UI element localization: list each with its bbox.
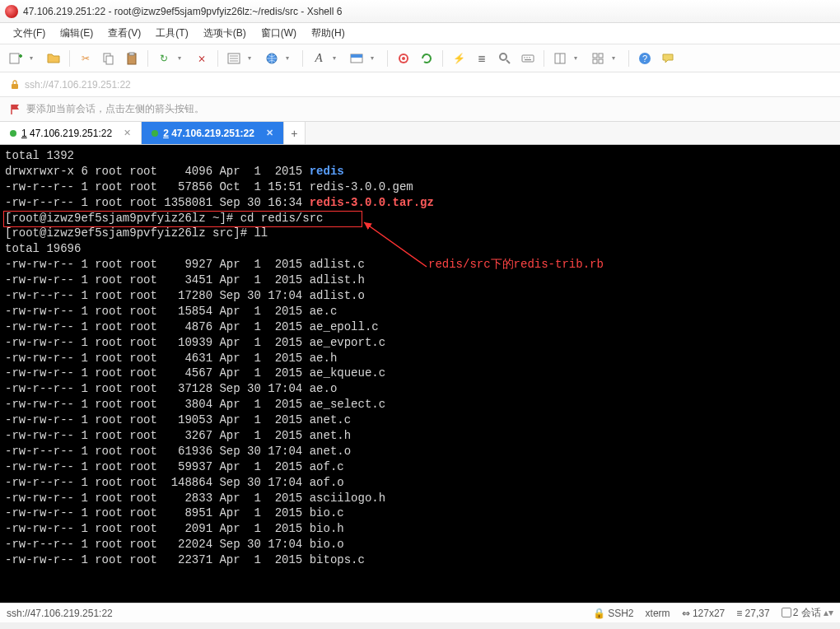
terminal-line: -rw-r--r-- 1 root root 37128 Sep 30 17:0… [5, 381, 835, 397]
keyboard-icon[interactable] [520, 51, 535, 66]
window-title: 47.106.219.251:22 - root@izwz9ef5sjam9pv… [23, 6, 342, 17]
svg-point-22 [529, 57, 530, 58]
address-bar[interactable]: ssh://47.106.219.251:22 [0, 72, 840, 97]
tile-icon[interactable] [590, 51, 605, 66]
terminal-line: -rw-rw-r-- 1 root root 4567 Apr 1 2015 a… [5, 366, 835, 381]
menu-file[interactable]: 文件(F) [8, 25, 50, 42]
new-session-dropdown-icon[interactable] [23, 51, 38, 66]
svg-rect-27 [599, 54, 603, 58]
menu-help[interactable]: 帮助(H) [306, 25, 350, 42]
titlebar: 47.106.219.251:22 - root@izwz9ef5sjam9pv… [0, 0, 840, 23]
menu-view[interactable]: 查看(V) [103, 25, 146, 42]
flag-icon[interactable] [10, 104, 21, 115]
listing-icon[interactable]: ≣ [474, 51, 489, 66]
terminal-line: total 19696 [5, 241, 835, 257]
status-dot-icon [10, 130, 16, 137]
toolbar-separator [69, 50, 70, 67]
chat-icon[interactable] [660, 51, 675, 66]
tile-dropdown-icon[interactable] [605, 51, 620, 66]
globe-dropdown-icon[interactable] [279, 51, 294, 66]
terminal-line: -rw-rw-r-- 1 root root 3451 Apr 1 2015 a… [5, 273, 835, 288]
close-icon[interactable]: ✕ [124, 128, 131, 138]
new-session-icon[interactable] [8, 51, 23, 66]
toolbar-separator [217, 50, 218, 67]
statusbar: ssh://47.106.219.251:22 🔒 SSH2 xterm ⇔ 1… [0, 603, 840, 622]
terminal[interactable]: total 1392drwxrwxr-x 6 root root 4096 Ap… [0, 145, 840, 603]
terminal-line: -rw-rw-r-- 1 root root 19053 Apr 1 2015 … [5, 412, 835, 428]
status-sessions: 2 会话 ▴▾ [782, 606, 833, 620]
tab-label: 1 47.106.219.251:22 [21, 128, 112, 139]
terminal-line: drwxrwxr-x 6 root root 4096 Apr 1 2015 r… [5, 164, 835, 179]
toolbar-separator [628, 50, 629, 67]
svg-rect-23 [525, 59, 531, 60]
terminal-line: -rw-r--r-- 1 root root 148864 Sep 30 17:… [5, 475, 835, 491]
tab-session-1[interactable]: 1 47.106.219.251:22 ✕ [0, 122, 142, 144]
terminal-line: -rw-rw-r-- 1 root root 15854 Apr 1 2015 … [5, 304, 835, 319]
terminal-line: -rw-rw-r-- 1 root root 4876 Apr 1 2015 a… [5, 319, 835, 335]
reconnect-dropdown-icon[interactable] [171, 51, 186, 66]
terminal-line: -rw-r--r-- 1 root root 61936 Sep 30 17:0… [5, 444, 835, 459]
menu-tools[interactable]: 工具(T) [151, 25, 193, 42]
menu-edit[interactable]: 编辑(E) [55, 25, 98, 42]
tabbar: 1 47.106.219.251:22 ✕ 2 47.106.219.251:2… [0, 122, 840, 145]
svg-rect-13 [351, 54, 362, 58]
svg-rect-28 [593, 59, 597, 63]
menu-window[interactable]: 窗口(W) [256, 25, 301, 42]
terminal-line: [root@izwz9ef5sjam9pvfyiz26lz ~]# cd red… [5, 211, 835, 226]
info-bar: 要添加当前会话，点击左侧的箭头按钮。 [0, 97, 840, 122]
terminal-line: total 1392 [5, 148, 835, 164]
paste-icon[interactable] [124, 51, 139, 66]
status-pos: ≡ 27,37 [736, 608, 769, 619]
status-dot-icon [152, 130, 158, 137]
add-tab-button[interactable]: + [284, 122, 306, 144]
terminal-line: [root@izwz9ef5sjam9pvfyiz26lz src]# ll [5, 226, 835, 241]
terminal-line: -rw-r--r-- 1 root root 17280 Sep 30 17:0… [5, 288, 835, 304]
flash-icon[interactable]: ⚡ [451, 51, 466, 66]
colorscheme-dropdown-icon[interactable] [364, 51, 379, 66]
menubar: 文件(F) 编辑(E) 查看(V) 工具(T) 选项卡(B) 窗口(W) 帮助(… [0, 23, 840, 44]
svg-rect-19 [522, 55, 534, 62]
open-icon[interactable] [46, 51, 61, 66]
toolbar-separator [387, 50, 388, 67]
svg-rect-26 [593, 54, 597, 58]
terminal-line: -rw-rw-r-- 1 root root 10939 Apr 1 2015 … [5, 335, 835, 351]
colorscheme-icon[interactable] [349, 51, 364, 66]
sessions-icon [782, 608, 791, 617]
help-icon[interactable]: ? [637, 51, 652, 66]
terminal-line: -rw-r--r-- 1 root root 57856 Oct 1 15:51… [5, 179, 835, 195]
disconnect-icon[interactable]: ⨯ [194, 51, 209, 66]
font-dropdown-icon[interactable] [326, 51, 341, 66]
svg-line-18 [506, 60, 510, 63]
terminal-line: -rw-rw-r-- 1 root root 22371 Apr 1 2015 … [5, 552, 835, 568]
status-size: ⇔ 127x27 [682, 608, 726, 619]
toolbar-separator [544, 50, 544, 67]
refresh-icon[interactable] [419, 51, 434, 66]
info-text: 要添加当前会话，点击左侧的箭头按钮。 [26, 102, 204, 116]
cut-icon[interactable]: ✂ [78, 51, 93, 66]
svg-point-17 [500, 54, 506, 60]
lock-icon [10, 80, 20, 90]
globe-icon[interactable] [264, 51, 279, 66]
search-icon[interactable] [497, 51, 512, 66]
terminal-line: -rw-rw-r-- 1 root root 59937 Apr 1 2015 … [5, 459, 835, 475]
properties-icon[interactable] [226, 51, 241, 66]
toolbar-separator [147, 50, 148, 67]
layout-dropdown-icon[interactable] [567, 51, 582, 66]
reconnect-icon[interactable]: ↻ [156, 51, 171, 66]
font-icon[interactable]: A [311, 51, 326, 66]
toolbar-separator [442, 50, 443, 67]
record-icon[interactable] [396, 51, 411, 66]
close-icon[interactable]: ✕ [266, 128, 273, 138]
copy-icon[interactable] [101, 51, 116, 66]
tab-session-2[interactable]: 2 47.106.219.251:22 ✕ [142, 122, 284, 144]
terminal-line: -rw-rw-r-- 1 root root 4631 Apr 1 2015 a… [5, 351, 835, 366]
svg-point-16 [402, 57, 405, 60]
terminal-line: -rw-rw-r-- 1 root root 2091 Apr 1 2015 b… [5, 521, 835, 537]
tab-label: 2 47.106.219.251:22 [163, 128, 254, 139]
status-proto: 🔒 SSH2 [593, 608, 634, 619]
svg-rect-0 [10, 54, 19, 63]
menu-tabs[interactable]: 选项卡(B) [198, 25, 251, 42]
terminal-line: -rw-r--r-- 1 root root 22024 Sep 30 17:0… [5, 537, 835, 552]
properties-dropdown-icon[interactable] [241, 51, 256, 66]
layout-icon[interactable] [553, 51, 567, 66]
